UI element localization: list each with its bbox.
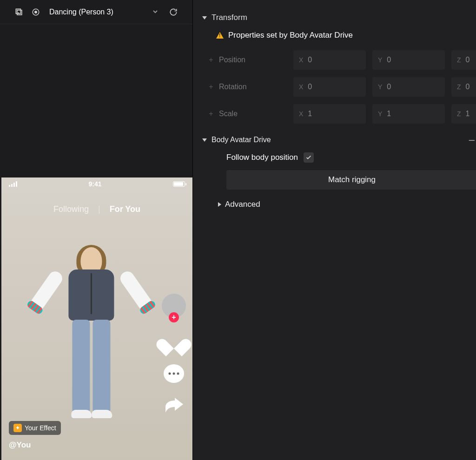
- rotation-y-input[interactable]: Y0: [372, 77, 445, 97]
- transform-title: Transform: [212, 13, 247, 22]
- preview-empty-area: [0, 24, 192, 177]
- position-z-input[interactable]: Z0: [451, 50, 476, 70]
- scale-x-input[interactable]: X1: [293, 104, 366, 124]
- phone-preview: 9:41 Following | For You +: [1, 177, 192, 460]
- battery-icon: [173, 181, 185, 187]
- signal-icon: [9, 181, 17, 187]
- position-x-input[interactable]: X0: [293, 50, 366, 70]
- tab-for-you[interactable]: For You: [110, 204, 140, 214]
- avatar-preview-figure: [49, 247, 133, 424]
- follow-body-position-row: Follow body position: [202, 151, 476, 170]
- preview-panel: Dancing (Person 3) 9:41 Following | For …: [0, 0, 193, 460]
- svg-rect-0: [17, 10, 22, 14]
- share-icon[interactable]: [164, 397, 184, 414]
- add-keyframe-icon[interactable]: +: [208, 110, 214, 118]
- effect-badge[interactable]: ✦ Your Effect: [9, 421, 61, 435]
- body-avatar-drive-title: Body Avatar Drive: [212, 136, 271, 144]
- remove-component-icon[interactable]: –: [469, 134, 476, 146]
- caret-down-icon: [202, 138, 207, 142]
- position-label: Position: [219, 56, 289, 64]
- scale-y-input[interactable]: Y1: [372, 104, 445, 124]
- rotation-row: + Rotation X0 Y0 Z0: [202, 73, 476, 100]
- follow-body-position-checkbox[interactable]: [304, 152, 314, 163]
- rotation-x-input[interactable]: X0: [293, 77, 366, 97]
- advanced-section-header[interactable]: Advanced: [202, 190, 476, 209]
- sparkle-icon: ✦: [13, 424, 22, 432]
- tab-following[interactable]: Following: [53, 204, 89, 214]
- transform-section-header[interactable]: Transform: [202, 7, 476, 28]
- svg-point-4: [35, 11, 37, 13]
- chevron-down-icon: [152, 8, 158, 16]
- warning-text: Properties set by Body Avatar Drive: [228, 31, 353, 40]
- add-keyframe-icon[interactable]: +: [208, 83, 214, 91]
- position-y-input[interactable]: Y0: [372, 50, 445, 70]
- advanced-title: Advanced: [225, 200, 260, 209]
- caret-right-icon: [218, 202, 221, 207]
- comment-icon[interactable]: [164, 364, 184, 383]
- follow-body-position-label: Follow body position: [226, 153, 298, 162]
- dropdown-label: Dancing (Person 3): [49, 8, 113, 16]
- status-time: 9:41: [88, 180, 101, 188]
- match-rigging-button[interactable]: Match rigging: [226, 170, 476, 190]
- profile-avatar[interactable]: +: [162, 294, 186, 318]
- scale-z-input[interactable]: Z1: [451, 104, 476, 124]
- phone-statusbar: 9:41: [1, 180, 192, 188]
- preview-source-dropdown[interactable]: Dancing (Person 3): [47, 5, 162, 20]
- follow-plus-icon[interactable]: +: [169, 312, 179, 322]
- username-label: @You: [9, 440, 31, 450]
- preview-toolbar: Dancing (Person 3): [0, 0, 192, 24]
- rotation-z-input[interactable]: Z0: [451, 77, 476, 97]
- match-rigging-label: Match rigging: [328, 175, 376, 184]
- effect-badge-label: Your Effect: [25, 424, 56, 432]
- scale-label: Scale: [219, 110, 289, 118]
- feed-action-rail: +: [162, 294, 186, 414]
- add-keyframe-icon[interactable]: +: [208, 56, 214, 64]
- record-icon[interactable]: [31, 7, 41, 17]
- feed-tabs: Following | For You: [1, 204, 192, 214]
- like-icon[interactable]: [164, 332, 184, 350]
- caret-down-icon: [202, 16, 207, 20]
- body-avatar-drive-header[interactable]: Body Avatar Drive –: [202, 127, 476, 151]
- warning-icon: [216, 32, 224, 39]
- transform-warning: Properties set by Body Avatar Drive: [202, 28, 476, 46]
- scale-row: + Scale X1 Y1 Z1: [202, 100, 476, 127]
- refresh-icon[interactable]: [168, 7, 178, 17]
- layers-icon[interactable]: [14, 7, 24, 17]
- tab-divider: |: [98, 204, 100, 214]
- inspector-panel: Transform Properties set by Body Avatar …: [193, 0, 476, 460]
- rotation-label: Rotation: [219, 83, 289, 91]
- position-row: + Position X0 Y0 Z0: [202, 46, 476, 73]
